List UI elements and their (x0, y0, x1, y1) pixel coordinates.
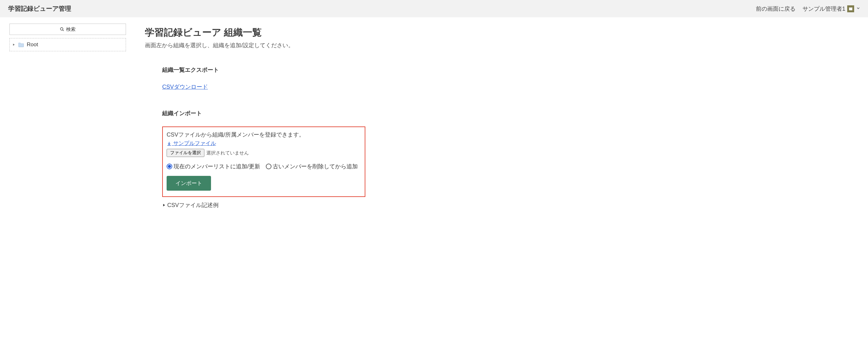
radio-selected-icon (166, 164, 172, 169)
page-subtitle: 画面左から組織を選択し、組織を追加/設定してください。 (145, 41, 859, 49)
export-heading: 組織一覧エクスポート (162, 66, 365, 74)
svg-point-0 (60, 28, 63, 30)
radio-label: 現在のメンバーリストに追加/更新 (174, 163, 260, 170)
tree-root-node[interactable]: Root (12, 41, 123, 48)
svg-marker-4 (163, 204, 165, 206)
import-panel: CSVファイルから組織/所属メンバーを登録できます。 サンプルファイル ファイル… (162, 127, 365, 197)
svg-marker-2 (13, 44, 15, 46)
import-description: CSVファイルから組織/所属メンバーを登録できます。 (166, 131, 361, 138)
user-name-label: サンプル管理者1 (803, 5, 845, 12)
user-castle-icon (847, 5, 854, 12)
import-heading: 組織インポート (162, 109, 365, 117)
svg-line-1 (63, 30, 64, 31)
back-link[interactable]: 前の画面に戻る (756, 5, 796, 12)
chevron-down-icon (856, 5, 861, 12)
file-status-label: 選択されていません (206, 150, 249, 156)
search-input[interactable]: 検索 (9, 24, 126, 35)
import-button[interactable]: インポート (166, 176, 211, 191)
radio-unselected-icon (266, 164, 272, 169)
radio-delete-then-add[interactable]: 古いメンバーを削除してから追加 (266, 163, 358, 170)
csv-example-label: CSVファイル記述例 (167, 201, 219, 209)
csv-example-expander[interactable]: CSVファイル記述例 (162, 201, 365, 209)
app-title: 学習記録ビューア管理 (8, 4, 71, 13)
radio-label: 古いメンバーを削除してから追加 (273, 163, 358, 170)
search-placeholder: 検索 (66, 27, 75, 32)
radio-append-update[interactable]: 現在のメンバーリストに追加/更新 (166, 163, 260, 170)
page-title: 学習記録ビューア 組織一覧 (145, 26, 859, 39)
search-icon (60, 27, 64, 31)
sample-file-link[interactable]: サンプルファイル (172, 140, 216, 146)
user-menu[interactable]: サンプル管理者1 (803, 5, 861, 12)
csv-download-link[interactable]: CSVダウンロード (162, 84, 208, 90)
tree-expand-icon[interactable] (12, 43, 17, 46)
tree-node-label: Root (27, 41, 38, 48)
org-tree: Root (9, 38, 126, 51)
chevron-right-icon (162, 203, 166, 207)
download-icon (166, 141, 172, 146)
file-select-button[interactable]: ファイルを選択 (166, 149, 205, 157)
folder-icon (18, 42, 24, 47)
